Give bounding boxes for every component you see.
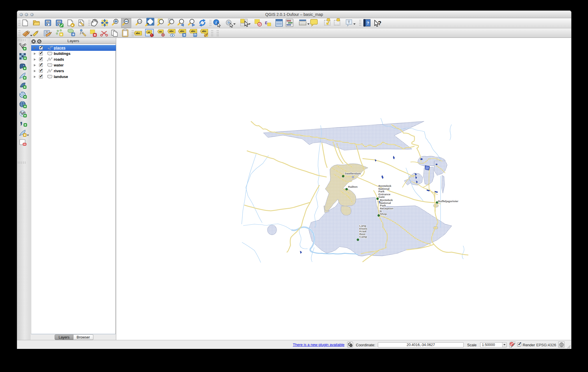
svg-text:Gate: Gate [378,195,385,198]
svg-text:Swellendam: Swellendam [345,172,361,175]
svg-text:Reception: Reception [380,207,393,210]
svg-text:Camp: Camp [359,235,367,238]
svg-text:Railton: Railton [348,185,358,188]
svg-text:Buffeljagsrivier: Buffeljagsrivier [438,200,458,203]
svg-text:Shop: Shop [380,212,387,215]
